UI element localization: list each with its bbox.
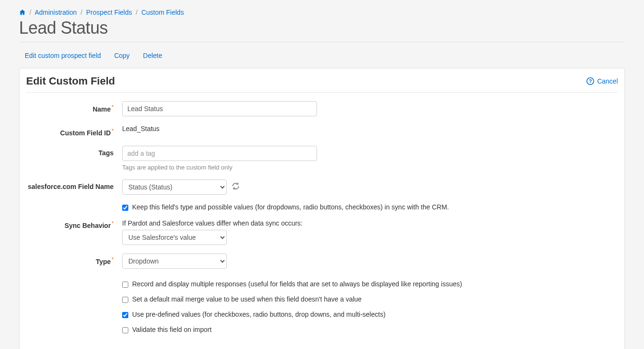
label-name: Name* [26,101,116,113]
action-links: Edit custom prospect field Copy Delete [19,47,625,68]
label-tags: Tags [26,146,116,157]
breadcrumb-sep: / [29,9,31,16]
predefined-label[interactable]: Use pre-defined values (for checkboxes, … [122,311,618,318]
label-type: Type* [26,254,116,266]
default-merge-text: Set a default mail merge value to be use… [132,295,362,303]
row-name: Name* [26,101,618,116]
keep-sync-text: Keep this field's type and possible valu… [132,203,449,211]
tags-input[interactable] [122,146,317,161]
row-type: Type* Dropdown [26,254,618,269]
breadcrumb-sep: / [136,9,138,16]
cancel-link[interactable]: ? Cancel [586,77,618,85]
delete-link[interactable]: Delete [143,52,162,59]
breadcrumb-home[interactable] [19,9,28,16]
sf-field-select[interactable]: Status (Status) [122,179,227,195]
breadcrumb-prospect-fields[interactable]: Prospect Fields [86,9,132,16]
edit-field-link[interactable]: Edit custom prospect field [25,52,101,59]
sync-behavior-select[interactable]: Use Salesforce's value [122,230,227,245]
name-input[interactable] [122,101,317,116]
sync-behavior-note: If Pardot and Salesforce values differ w… [122,219,618,227]
validate-text: Validate this field on import [132,326,211,333]
cancel-label: Cancel [597,77,618,85]
keep-sync-checkbox[interactable] [122,205,128,211]
validate-checkbox[interactable] [122,327,128,333]
panel-title: Edit Custom Field [26,75,115,87]
svg-text:?: ? [589,78,592,84]
copy-link[interactable]: Copy [114,52,130,59]
validate-label[interactable]: Validate this field on import [122,326,618,333]
row-keep-sync: Keep this field's type and possible valu… [26,203,618,211]
row-custom-field-id: Custom Field ID* Lead_Status [26,125,618,137]
row-options: Record and display multiple responses (u… [26,280,618,341]
record-multiple-label[interactable]: Record and display multiple responses (u… [122,280,618,288]
label-sync-behavior: Sync Behavior* [26,219,116,230]
predefined-text: Use pre-defined values (for checkboxes, … [132,311,385,318]
breadcrumb-sep: / [81,9,83,16]
help-icon: ? [586,77,594,85]
row-sync-behavior: Sync Behavior* If Pardot and Salesforce … [26,219,618,245]
home-icon [19,9,26,16]
edit-panel: Edit Custom Field ? Cancel Name* Custom … [19,68,625,349]
page-title: Lead Status [19,18,625,38]
refresh-icon[interactable] [231,182,240,192]
default-merge-checkbox[interactable] [122,297,128,303]
breadcrumb-admin[interactable]: Administration [35,9,77,16]
row-tags: Tags Tags are applied to the custom fiel… [26,146,618,171]
record-multiple-checkbox[interactable] [122,282,128,288]
title-divider [19,42,625,42]
panel-header: Edit Custom Field ? Cancel [26,75,618,93]
breadcrumb-custom-fields[interactable]: Custom Fields [141,9,183,16]
record-multiple-text: Record and display multiple responses (u… [132,280,462,288]
label-sf-field: salesforce.com Field Name [26,179,116,191]
default-merge-label[interactable]: Set a default mail merge value to be use… [122,295,618,303]
tags-help: Tags are applied to the custom field onl… [122,164,618,171]
breadcrumb: / Administration / Prospect Fields / Cus… [19,9,625,16]
keep-sync-label[interactable]: Keep this field's type and possible valu… [122,203,618,211]
label-custom-field-id: Custom Field ID* [26,125,116,137]
row-sf-field: salesforce.com Field Name Status (Status… [26,179,618,195]
type-select[interactable]: Dropdown [122,254,227,269]
custom-field-id-value: Lead_Status [122,125,160,132]
predefined-checkbox[interactable] [122,312,128,318]
